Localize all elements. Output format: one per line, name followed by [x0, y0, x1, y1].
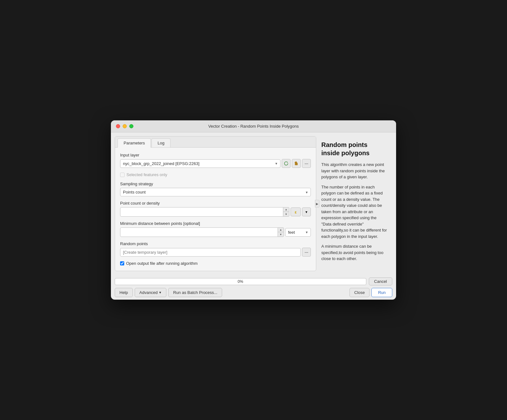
selected-features-label: Selected features only: [126, 172, 167, 177]
close-button-bottom[interactable]: Close: [350, 288, 369, 297]
spin-buttons: ▲ ▼: [283, 207, 289, 217]
batch-button[interactable]: Run as Batch Process...: [168, 288, 222, 297]
panel-body: Input layer nyc_block_grp_2022_joined [E…: [115, 148, 316, 271]
help-paragraph-2: The number of points in each polygon can…: [321, 184, 387, 240]
tab-parameters[interactable]: Parameters: [118, 138, 151, 148]
point-count-label: Point count or density: [120, 201, 311, 206]
help-panel: Random points inside polygons This algor…: [316, 136, 392, 271]
point-count-row: 1.000000 ▲ ▼ ε ▼: [120, 207, 311, 217]
input-layer-label: Input layer: [120, 153, 311, 157]
point-count-input-wrapper: 1.000000 ▲ ▼: [120, 207, 289, 217]
panel-container: Parameters Log Input layer nyc_block_grp…: [115, 136, 316, 271]
not-set-wrapper: Not set ▲ ▼: [120, 227, 284, 237]
refresh-button[interactable]: [282, 159, 291, 168]
random-points-row: ···: [120, 248, 311, 257]
open-output-row: Open output file after running algorithm: [120, 261, 311, 266]
sampling-strategy-label: Sampling strategy: [120, 181, 311, 186]
min-dist-spin-up[interactable]: ▲: [278, 228, 284, 232]
input-layer-select-wrapper: nyc_block_grp_2022_joined [EPSG:2263] ▼: [120, 159, 280, 168]
output-browse-button[interactable]: ···: [302, 248, 311, 257]
left-panel: Parameters Log Input layer nyc_block_grp…: [115, 136, 316, 271]
close-button[interactable]: [116, 124, 120, 128]
help-button[interactable]: Help: [115, 288, 133, 297]
min-distance-row: Not set ▲ ▼ feet meters degre: [120, 227, 311, 237]
random-points-input[interactable]: [120, 248, 301, 257]
traffic-lights: [116, 124, 133, 128]
progress-bar-container: 0%: [115, 278, 366, 285]
min-distance-spin-buttons: ▲ ▼: [278, 227, 284, 237]
spin-down-button[interactable]: ▼: [283, 212, 289, 216]
progress-label: 0%: [238, 279, 243, 284]
ellipsis-icon-2: ···: [305, 250, 308, 255]
window-title: Vector Creation - Random Points Inside P…: [208, 124, 298, 129]
sampling-strategy-select[interactable]: Points count Points density: [120, 188, 311, 196]
help-title: Random points inside polygons: [321, 141, 387, 157]
spin-up-button[interactable]: ▲: [283, 207, 289, 212]
input-layer-select[interactable]: nyc_block_grp_2022_joined [EPSG:2263]: [120, 159, 280, 168]
bottom-bar: 0% Cancel Help Advanced ▼ Run as Batch P…: [111, 275, 396, 300]
advanced-button[interactable]: Advanced ▼: [135, 288, 167, 297]
action-row: Help Advanced ▼ Run as Batch Process... …: [115, 288, 392, 297]
collapse-panel-button[interactable]: ▶: [315, 200, 319, 207]
help-paragraph-3: A minimum distance can be specified,to a…: [321, 243, 387, 262]
point-count-input[interactable]: 1.000000: [120, 207, 283, 217]
selected-features-row: Selected features only: [120, 172, 311, 177]
input-layer-row: nyc_block_grp_2022_joined [EPSG:2263] ▼: [120, 159, 311, 168]
random-points-group: Random points ···: [120, 241, 311, 257]
point-count-group: Point count or density 1.000000 ▲ ▼ ε: [120, 201, 311, 217]
unit-select[interactable]: feet meters degrees: [285, 228, 311, 237]
tab-log[interactable]: Log: [151, 138, 170, 147]
input-layer-group: Input layer nyc_block_grp_2022_joined [E…: [120, 153, 311, 168]
sampling-strategy-group: Sampling strategy Points count Points de…: [120, 181, 311, 196]
random-points-label: Random points: [120, 241, 311, 246]
unit-select-wrapper: feet meters degrees ▼: [285, 228, 311, 237]
main-window: Vector Creation - Random Points Inside P…: [111, 120, 396, 300]
epsilon-icon: ε: [295, 210, 297, 214]
progress-row: 0% Cancel: [115, 277, 392, 285]
titlebar: Vector Creation - Random Points Inside P…: [111, 120, 396, 132]
minimize-button[interactable]: [123, 124, 127, 128]
expression-button[interactable]: ε: [291, 207, 301, 216]
advanced-label: Advanced: [139, 290, 158, 295]
tab-bar: Parameters Log: [115, 137, 316, 148]
run-button[interactable]: Run: [371, 288, 392, 297]
min-dist-spin-down[interactable]: ▼: [278, 232, 284, 237]
settings-button[interactable]: [292, 159, 301, 168]
help-paragraph-1: This algorithm creates a new point layer…: [321, 162, 387, 180]
main-content: Parameters Log Input layer nyc_block_grp…: [111, 132, 396, 275]
min-distance-group: Minimum distance between points [optiona…: [120, 221, 311, 237]
maximize-button[interactable]: [129, 124, 133, 128]
open-output-checkbox[interactable]: [120, 261, 124, 265]
selected-features-checkbox[interactable]: [120, 173, 125, 177]
min-distance-input[interactable]: Not set: [120, 227, 278, 237]
sampling-strategy-select-wrapper: Points count Points density ▼: [120, 188, 311, 196]
min-distance-label: Minimum distance between points [optiona…: [120, 221, 311, 226]
cancel-button[interactable]: Cancel: [369, 277, 392, 285]
open-output-label: Open output file after running algorithm: [126, 261, 197, 266]
more-options-button[interactable]: ···: [302, 159, 311, 168]
svg-rect-0: [295, 164, 298, 165]
point-count-more-button[interactable]: ▼: [302, 207, 311, 216]
ellipsis-icon: ···: [305, 161, 308, 166]
advanced-dropdown-icon: ▼: [159, 291, 162, 294]
output-input-wrapper: [120, 248, 301, 257]
